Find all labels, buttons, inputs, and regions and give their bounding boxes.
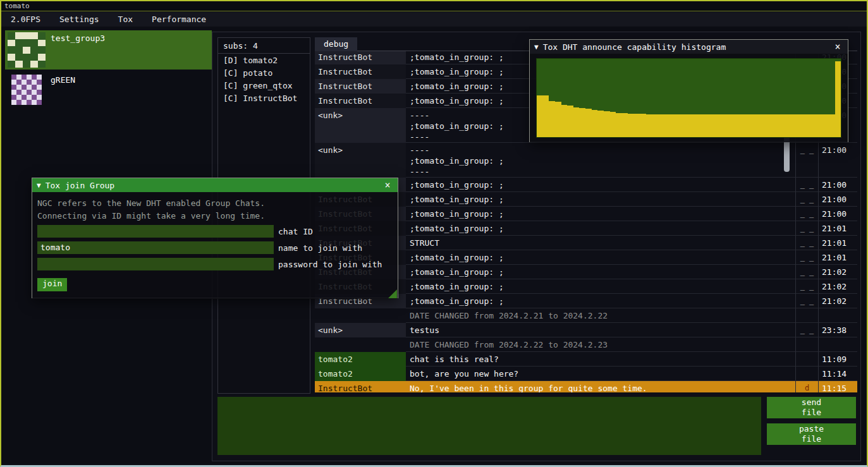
dht-histogram-body: [530, 54, 848, 142]
join-group-titlebar[interactable]: ▼ Tox join Group ×: [32, 178, 398, 192]
delivery-status: [795, 337, 818, 352]
message-timestamp: 21:01: [818, 250, 857, 265]
join-group-title: Tox join Group: [46, 181, 115, 190]
histogram-plot[interactable]: [536, 58, 841, 138]
delivery-status: _ _: [795, 207, 818, 221]
message-input[interactable]: [217, 397, 761, 455]
subs-item-instructbot[interactable]: [C] InstructBot: [218, 92, 310, 104]
message-author: tomato2: [315, 352, 406, 367]
chat-message-row[interactable]: tomato2 chat is this real? 11:09: [315, 352, 857, 367]
subs-item-tomato2[interactable]: [D] tomato2: [218, 54, 310, 66]
app-window: tomato 2.0FPS Settings Tox Performance t…: [0, 0, 868, 467]
menu-bar: 2.0FPS Settings Tox Performance: [1, 12, 867, 27]
chat-message-row[interactable]: tomato2 bot, are you new here? 11:14: [315, 367, 857, 381]
send-file-button[interactable]: send file: [767, 397, 856, 418]
chat-message-row[interactable]: <unk> ---- ;tomato_in_group: ; ---- _ _ …: [315, 143, 857, 178]
chat-message-row[interactable]: DATE CHANGED from 2024.2.21 to 2024.2.22: [315, 308, 857, 323]
message-timestamp: 23:38: [818, 323, 857, 337]
message-text: No, I've been in this group for quite so…: [406, 381, 795, 392]
message-author: [315, 308, 406, 323]
subs-item-potato[interactable]: [C] potato: [218, 66, 310, 79]
delivery-status: _ _: [795, 323, 818, 337]
message-author: InstructBot: [315, 51, 406, 64]
collapse-arrow-icon[interactable]: ▼: [534, 43, 539, 51]
resize-grip[interactable]: [388, 289, 397, 298]
delivery-status: [795, 367, 818, 381]
join-password-label: password to join with: [278, 260, 382, 269]
paste-file-button[interactable]: paste file: [767, 423, 856, 445]
dht-histogram-title: Tox DHT announce capability histogram: [543, 42, 726, 52]
message-timestamp: [818, 308, 857, 323]
menu-performance[interactable]: Performance: [142, 12, 216, 27]
message-text: ;tomato_in_group: ;: [406, 192, 795, 207]
message-timestamp: 21:01: [818, 221, 857, 236]
message-author: InstructBot: [315, 381, 406, 392]
subs-item-green-qtox[interactable]: [C] green_qtox: [218, 79, 310, 92]
delivery-status: _ _: [795, 221, 818, 236]
join-group-window: ▼ Tox join Group × NGC refers to the New…: [32, 178, 398, 298]
message-timestamp: [818, 337, 857, 352]
message-text: ;tomato_in_group: ;: [406, 294, 795, 308]
message-timestamp: 21:00: [818, 178, 857, 192]
message-timestamp: 11:09: [818, 352, 857, 367]
message-text: bot, are you new here?: [406, 367, 795, 381]
join-info-line1: NGC refers to the New DHT enabled Group …: [37, 197, 393, 210]
message-timestamp: 11:14: [818, 367, 857, 381]
tab-debug[interactable]: debug: [315, 37, 357, 51]
message-text: ---- ;tomato_in_group: ; ----: [406, 143, 795, 178]
chat-id-input[interactable]: [37, 225, 274, 238]
delivery-status: _ _: [795, 236, 818, 250]
delivery-status: [795, 352, 818, 367]
delivery-status: [795, 308, 818, 323]
delivery-status: _ _: [795, 294, 818, 308]
menu-fps: 2.0FPS: [1, 12, 50, 27]
join-name-input[interactable]: tomato: [37, 241, 274, 254]
close-icon[interactable]: ×: [832, 41, 843, 52]
message-text: ;tomato_in_group: ;: [406, 178, 795, 192]
message-author: <unk>: [315, 323, 406, 337]
close-icon[interactable]: ×: [382, 179, 393, 191]
chat-id-label: chat ID: [278, 227, 313, 236]
message-text: testus: [406, 323, 795, 337]
message-text: ;tomato_in_group: ;: [406, 207, 795, 221]
join-button[interactable]: join: [37, 278, 67, 291]
contact-name: test_group3: [51, 33, 105, 43]
join-info-line2: Connecting via ID might take a very long…: [37, 210, 393, 222]
collapse-arrow-icon[interactable]: ▼: [37, 181, 41, 190]
chat-message-row[interactable]: <unk> testus _ _ 23:38: [315, 323, 857, 337]
window-titlebar: tomato: [1, 1, 867, 11]
menu-tox[interactable]: Tox: [109, 12, 142, 27]
chat-message-row[interactable]: InstructBot No, I've been in this group …: [315, 381, 857, 392]
delivery-status: _ _: [795, 192, 818, 207]
message-author: InstructBot: [315, 64, 406, 79]
contact-name: gREEN: [51, 75, 75, 85]
chat-message-row[interactable]: DATE CHANGED from 2024.2.22 to 2024.2.23: [315, 337, 857, 352]
delivery-status: _ _: [795, 178, 818, 192]
message-timestamp: 21:00: [818, 143, 857, 178]
join-group-body: NGC refers to the New DHT enabled Group …: [32, 192, 398, 299]
message-text: ;tomato_in_group: ;: [406, 250, 795, 265]
contact-item-green[interactable]: gREEN: [5, 72, 212, 107]
delivery-status: _ _: [795, 250, 818, 265]
message-timestamp: 21:02: [818, 279, 857, 294]
message-text: DATE CHANGED from 2024.2.22 to 2024.2.23: [406, 337, 795, 352]
message-text: ;tomato_in_group: ;: [406, 221, 795, 236]
message-timestamp: 11:15: [818, 381, 857, 392]
message-author: <unk>: [315, 143, 406, 178]
menu-settings[interactable]: Settings: [50, 12, 109, 27]
group-avatar: [11, 75, 42, 105]
delivery-status: _ _: [795, 143, 818, 178]
dht-histogram-window: ▼ Tox DHT announce capability histogram …: [529, 39, 848, 142]
window-title: tomato: [4, 2, 30, 10]
subscribers-count: subs: 4: [218, 38, 310, 53]
contact-item-test-group3[interactable]: test_group3: [5, 30, 212, 70]
message-text: ;tomato_in_group: ;: [406, 279, 795, 294]
message-timestamp: 21:01: [818, 236, 857, 250]
dht-histogram-titlebar[interactable]: ▼ Tox DHT announce capability histogram …: [530, 40, 848, 54]
delivery-status: _ _: [795, 265, 818, 279]
delivery-status: _ _: [795, 279, 818, 294]
join-password-input[interactable]: [37, 258, 274, 270]
join-name-label: name to join with: [278, 243, 362, 253]
message-timestamp: 21:02: [818, 294, 857, 308]
message-author: [315, 337, 406, 352]
